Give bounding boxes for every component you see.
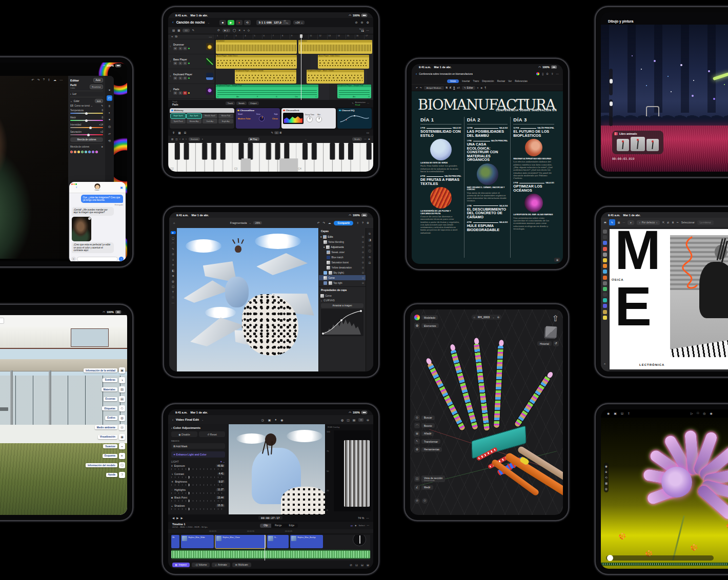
document-name[interactable]: Fragmentada bbox=[230, 221, 247, 224]
loop-icon[interactable]: ⟳ bbox=[217, 29, 220, 32]
stop-button[interactable]: ■ bbox=[219, 20, 226, 25]
adjustment-slider[interactable]: ◒Shadows15.31 bbox=[171, 504, 225, 510]
play-surface-button[interactable]: ▶ Play bbox=[248, 137, 259, 141]
contact-avatar[interactable]: Caro › bbox=[95, 183, 100, 191]
home-icon[interactable]: ⌂ bbox=[474, 316, 475, 319]
tab-clip[interactable]: Clip bbox=[260, 524, 271, 528]
gallery-icon[interactable]: ⬒ bbox=[604, 221, 606, 224]
lens-icon[interactable]: ◎ bbox=[108, 125, 111, 128]
render-icon[interactable]: ◉ bbox=[710, 411, 712, 415]
underline-button[interactable]: S bbox=[453, 87, 455, 89]
tracks-view-icon[interactable]: ▤ bbox=[172, 29, 175, 32]
alchemy-preset-button[interactable]: Dark Arp bbox=[203, 119, 217, 123]
cloud-icon[interactable]: ☁ bbox=[53, 78, 56, 81]
bold-button[interactable]: N bbox=[446, 87, 448, 89]
camera-tool[interactable]: ◉ bbox=[605, 465, 608, 468]
move-icon[interactable]: ⇱ bbox=[662, 221, 664, 224]
animate-tool[interactable]: ◇ Animate bbox=[212, 563, 230, 567]
alchemy-preset-button[interactable]: Bright Arp bbox=[218, 119, 233, 123]
lock-icon[interactable]: ▣ bbox=[614, 411, 617, 415]
alchemy-presets[interactable]: Bright SynthEpic SynthMetallic SwellMoti… bbox=[170, 113, 234, 125]
decay-knob[interactable] bbox=[307, 116, 313, 122]
share-button[interactable]: Compartir bbox=[334, 221, 353, 225]
alchemy-preset-button[interactable]: Bright Synth bbox=[171, 114, 186, 118]
layer-row-selected[interactable]: ∿Curve⊙ bbox=[319, 275, 366, 280]
undo-icon[interactable]: ↶ bbox=[32, 78, 34, 81]
solo-button[interactable]: S bbox=[178, 47, 183, 50]
curves-section-label[interactable]: CURVAS bbox=[323, 299, 335, 302]
pixel-persona-icon[interactable]: ▦ bbox=[618, 221, 620, 224]
output-tab[interactable]: Output bbox=[248, 101, 259, 105]
zoom-level[interactable]: 26% bbox=[253, 221, 262, 224]
play-icon[interactable]: ▶ bbox=[176, 516, 178, 520]
panel-icon[interactable]: ◍ bbox=[119, 415, 125, 421]
kb-split-icon[interactable]: ◫ bbox=[175, 138, 177, 140]
video-clip[interactable]: S... bbox=[267, 535, 289, 548]
layer-row[interactable]: ▾Edits⊙ bbox=[319, 234, 366, 239]
animation-frame[interactable] bbox=[617, 139, 629, 151]
crop-tool[interactable] bbox=[603, 293, 607, 297]
text-tool[interactable]: T bbox=[172, 291, 174, 294]
same-button[interactable]: Lo mismo bbox=[697, 220, 714, 225]
view-cube[interactable] bbox=[545, 326, 557, 338]
song-title[interactable]: Canción de noche bbox=[176, 20, 205, 24]
canvas-fragmented-photo[interactable] bbox=[177, 228, 318, 371]
target-tool[interactable]: ⌖ bbox=[244, 29, 245, 32]
record-enable-button[interactable]: R bbox=[183, 47, 187, 50]
timer-icon[interactable]: ◷ bbox=[261, 418, 264, 422]
tool-row[interactable]: ↖Transformar bbox=[414, 439, 442, 444]
next-frame-icon[interactable]: ▶ bbox=[180, 516, 183, 520]
panel-row[interactable]: Materiales ▨ bbox=[84, 386, 125, 392]
rotate-tool[interactable]: ⟲ bbox=[605, 476, 608, 479]
region-drummer-2[interactable]: Drummer bbox=[298, 40, 372, 54]
undo-icon[interactable]: ↶ bbox=[317, 221, 320, 224]
track-tab[interactable]: Track bbox=[226, 101, 235, 105]
region-bass-2[interactable]: Bass Player - Indie Disco bbox=[318, 55, 369, 69]
sample-on-image-button[interactable]: Arrastrar a imagen bbox=[321, 303, 363, 308]
panel-label[interactable]: Escenas bbox=[104, 397, 117, 401]
lock-icon[interactable]: ▪ bbox=[202, 138, 203, 140]
panel-label[interactable]: Visualización bbox=[98, 435, 117, 439]
track-stack-icon[interactable]: ⧉ bbox=[175, 35, 177, 38]
shapes-tool[interactable]: □ bbox=[172, 296, 174, 299]
back-icon[interactable]: ‹ bbox=[172, 418, 173, 421]
history-icon[interactable]: ⟲ bbox=[369, 256, 371, 259]
add-mask-button[interactable]: ⊞ Add Mask bbox=[171, 443, 225, 449]
wb-value[interactable]: Como se tomó bbox=[74, 105, 90, 107]
tab-range[interactable]: Range bbox=[271, 524, 286, 528]
panel-icon[interactable]: ◑ bbox=[119, 377, 125, 383]
document-pill[interactable]: ⌂ RH_0003⌄ ⊖ bbox=[472, 315, 502, 320]
color-mix-button[interactable]: Mezcla de colores bbox=[70, 137, 103, 142]
panel-label[interactable]: Información de la entidad bbox=[84, 368, 117, 372]
share-icon[interactable]: ⇧ bbox=[551, 72, 554, 75]
panel-row[interactable]: Estilos ◍ bbox=[84, 415, 125, 421]
settings-icon[interactable]: ⚙ bbox=[367, 221, 369, 224]
cycle-button[interactable]: ⟲ bbox=[244, 20, 251, 25]
plugin-chromaglow[interactable]: ChromaGlow ModelDriveStyle Modern TubeCl… bbox=[236, 108, 280, 129]
comments-icon[interactable]: ▭ bbox=[368, 244, 371, 247]
crop-tool[interactable]: ◰ bbox=[172, 285, 174, 288]
slider-saturacion[interactable]: Saturación+2 bbox=[70, 131, 103, 136]
eraser-tool[interactable]: ◊ bbox=[172, 258, 174, 261]
alchemy-preset-button[interactable]: Epic Synth bbox=[187, 114, 201, 118]
case-button[interactable]: aA bbox=[457, 87, 460, 89]
circle-tool[interactable]: ◯ bbox=[233, 29, 236, 32]
redo-icon[interactable]: ↷ bbox=[322, 221, 325, 224]
edit-icon[interactable]: ◨ bbox=[368, 238, 371, 241]
eyedropper-icon[interactable]: ✎ bbox=[101, 105, 103, 107]
panel-icon[interactable]: ▣ bbox=[119, 367, 125, 374]
select-tool[interactable] bbox=[603, 230, 607, 234]
add-track-icon[interactable]: + bbox=[171, 35, 173, 38]
multicam-tool[interactable]: ⊞ Multicam bbox=[232, 563, 251, 567]
animation-frame-current[interactable] bbox=[631, 137, 645, 151]
panel-row[interactable]: Escenas ▤ bbox=[84, 396, 125, 402]
back-icon[interactable]: ‹ bbox=[76, 185, 77, 189]
tab-disposicion[interactable]: Disposición bbox=[482, 80, 494, 82]
region-pads-1[interactable]: Keyboard Player - Simple Pad CAmFGDmC bbox=[216, 85, 318, 98]
layer-row[interactable]: ▾Adjustments⊙ bbox=[319, 244, 366, 250]
isolate-icon[interactable]: ⊘ bbox=[414, 498, 420, 504]
visibility-icon[interactable]: ⊙ bbox=[362, 235, 364, 238]
undo-icon[interactable]: ↶ bbox=[416, 87, 418, 89]
video-clip[interactable]: Sk bbox=[171, 535, 179, 548]
inspect-tool[interactable]: ◧ Inspect bbox=[172, 563, 190, 567]
